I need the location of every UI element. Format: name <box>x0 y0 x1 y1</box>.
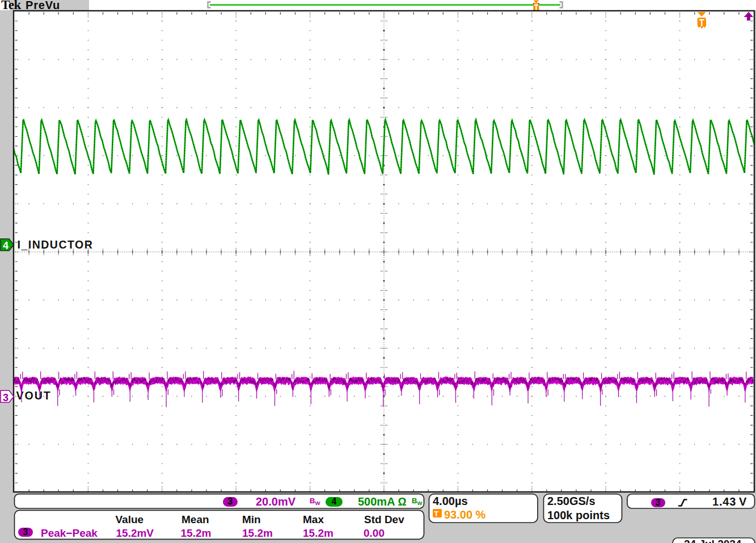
svg-text:I_INDUCTOR: I_INDUCTOR <box>18 238 94 251</box>
svg-text:4: 4 <box>3 240 9 251</box>
svg-text:3: 3 <box>3 392 9 403</box>
